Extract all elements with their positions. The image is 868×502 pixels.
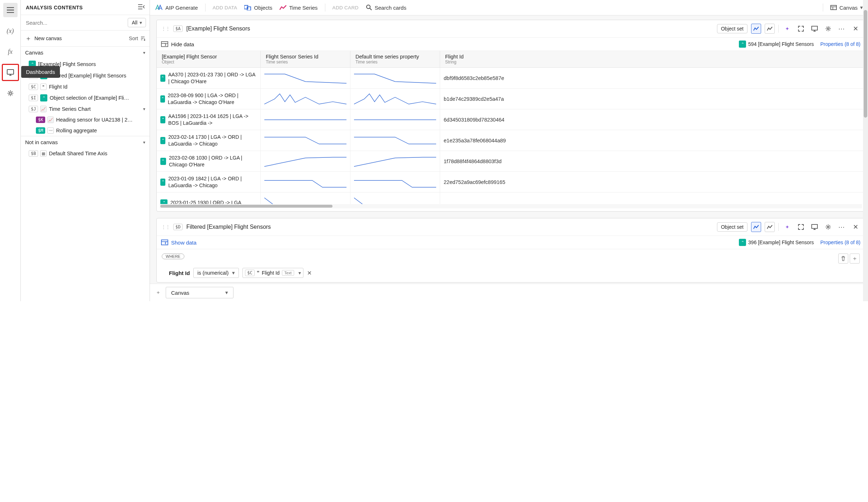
- table-row[interactable]: ⌃2023-01-09 1842 | LGA -> ORD | LaGuardi…: [157, 172, 865, 193]
- table-row[interactable]: ⌃2023-01-25 1930 | ORD -> LGA: [157, 193, 865, 204]
- add-data-label: ADD DATA: [213, 5, 237, 10]
- sparkle-icon[interactable]: ✦: [782, 24, 792, 34]
- sensor-icon: ⌃: [739, 41, 746, 48]
- close-icon[interactable]: ✕: [850, 24, 860, 34]
- sidebar: ANALYSIS CONTENTS All▾ ＋ New canvas Sort…: [21, 0, 150, 301]
- plus-icon: ＋: [25, 34, 32, 43]
- close-icon[interactable]: ✕: [850, 222, 860, 232]
- time-series-button[interactable]: Time Series: [279, 5, 317, 11]
- sparkline: [354, 175, 436, 189]
- where-tag: WHERE: [162, 254, 184, 259]
- tree-group-canvas[interactable]: Canvas▾: [21, 47, 150, 58]
- settings-icon[interactable]: [3, 86, 18, 100]
- expand-icon[interactable]: [796, 222, 806, 232]
- more-icon[interactable]: ⋯: [837, 222, 847, 232]
- add-card-label: ADD CARD: [332, 5, 359, 10]
- sensor-icon: ⌃: [739, 239, 746, 246]
- svg-rect-10: [812, 224, 817, 228]
- drag-handle-icon[interactable]: ⋮⋮: [161, 26, 170, 32]
- canvas-view-dropdown[interactable]: Canvas ▾: [830, 4, 863, 11]
- sparkline: [354, 196, 436, 204]
- show-data-button[interactable]: Show data: [161, 240, 197, 246]
- tree-group-not-in-canvas[interactable]: Not in canvas▾: [21, 136, 150, 148]
- horizontal-scrollbar[interactable]: [160, 204, 862, 208]
- sidebar-search-input[interactable]: [24, 18, 125, 27]
- card-title: Filtered [Example] Flight Sensors: [186, 224, 713, 230]
- new-canvas-button[interactable]: ＋ New canvas: [25, 34, 62, 43]
- properties-link[interactable]: Properties (8 of 8): [820, 240, 860, 245]
- column-header-object[interactable]: [Example] Flight Sensor Object: [157, 51, 261, 67]
- present-icon[interactable]: [810, 24, 820, 34]
- tree-item-m[interactable]: $M 〰 Rolling aggregate: [21, 125, 150, 136]
- main: AIP Generate ADD DATA Objects Time Serie…: [150, 0, 868, 301]
- menu-icon[interactable]: [3, 3, 18, 17]
- tree-item-c[interactable]: $C ❞ Flight Id: [21, 81, 150, 92]
- sparkline: [354, 71, 436, 85]
- table-row[interactable]: ⌃2023-02-08 1030 | ORD -> LGA | Chicago …: [157, 151, 865, 172]
- sensor-icon: ⌃: [160, 158, 166, 165]
- tooltip-dashboards: Dashboards: [21, 66, 60, 78]
- svg-point-1: [9, 92, 11, 94]
- delete-filter-icon[interactable]: [838, 254, 848, 264]
- sort-button[interactable]: Sort: [129, 35, 145, 41]
- tree-item-j[interactable]: $J 📈 Time Series Chart ▾: [21, 104, 150, 114]
- chart-mode-bar-icon[interactable]: [765, 222, 775, 232]
- gear-icon[interactable]: [823, 222, 833, 232]
- svg-rect-12: [161, 240, 168, 245]
- expand-icon[interactable]: [796, 24, 806, 34]
- present-icon[interactable]: [810, 222, 820, 232]
- sparkline: [354, 92, 436, 106]
- card-flight-sensors: ⋮⋮ $A [Example] Flight Sensors Object se…: [156, 20, 865, 212]
- tree-item-i[interactable]: $I ⌃ Object selection of [Example] Fli…: [21, 92, 150, 104]
- column-header-series-id[interactable]: Flight Sensor Series Id Time series: [261, 51, 350, 67]
- table-row[interactable]: ⌃AA370 | 2023-01-23 730 | ORD -> LGA | C…: [157, 68, 865, 89]
- filter-operator-dropdown[interactable]: is (numerical)▾: [193, 268, 239, 278]
- objects-button[interactable]: Objects: [244, 5, 272, 11]
- sensor-icon: ⌃: [160, 116, 165, 123]
- add-canvas-tab-icon[interactable]: ＋: [154, 289, 162, 297]
- tree-item-b[interactable]: $B ▦ Default Shared Time Axis: [21, 148, 150, 159]
- svg-rect-9: [161, 42, 168, 47]
- sparkline: [264, 133, 346, 148]
- table-row[interactable]: ⌃2023-02-14 1730 | LGA -> ORD | LaGuardi…: [157, 130, 865, 151]
- sparkline: [264, 154, 346, 169]
- filter-all-dropdown[interactable]: All▾: [128, 18, 146, 27]
- add-filter-icon[interactable]: ＋: [850, 254, 860, 264]
- column-header-flight-id[interactable]: Flight Id String: [440, 51, 865, 67]
- remove-filter-icon[interactable]: ✕: [307, 270, 312, 276]
- chart-mode-bar-icon[interactable]: [765, 24, 775, 34]
- svg-point-4: [367, 5, 370, 9]
- vertical-scrollbar[interactable]: [863, 0, 868, 301]
- dashboards-icon[interactable]: Dashboards: [3, 65, 18, 80]
- filter-value-chip[interactable]: $C ❞ Flight Id Text ▾: [242, 268, 303, 278]
- variable-icon[interactable]: (x): [3, 24, 18, 38]
- object-set-button[interactable]: Object set: [717, 24, 747, 33]
- sparkle-icon[interactable]: ✦: [782, 222, 792, 232]
- search-cards-button[interactable]: Search cards: [366, 4, 406, 11]
- count-badge: ⌃ 594 [Example] Flight Sensors: [739, 41, 814, 48]
- column-header-default-ts[interactable]: Default time series property Time series: [350, 51, 440, 67]
- collapse-sidebar-icon[interactable]: [138, 4, 145, 10]
- aip-generate-button[interactable]: AIP Generate: [155, 4, 198, 11]
- tree-item-k[interactable]: $K 📈 Heading sensor for UA2138 | 2…: [21, 114, 150, 125]
- more-icon[interactable]: ⋯: [837, 24, 847, 34]
- sensor-icon: ⌃: [40, 94, 47, 101]
- table-row[interactable]: ⌃2023-08-09 900 | LGA -> ORD | LaGuardia…: [157, 89, 865, 109]
- hide-data-button[interactable]: Hide data: [161, 41, 194, 47]
- properties-link[interactable]: Properties (8 of 8): [820, 41, 860, 47]
- filter-property-label: Flight Id: [169, 270, 190, 276]
- fx-icon[interactable]: fx: [3, 44, 18, 59]
- sparkline: [264, 196, 346, 204]
- chart-icon: 📈: [40, 106, 47, 112]
- sensor-icon: ⌃: [160, 179, 165, 186]
- svg-rect-5: [831, 5, 836, 10]
- sparkline: [354, 133, 436, 148]
- chart-mode-line-icon[interactable]: [751, 222, 761, 232]
- table-row[interactable]: ⌃AA1596 | 2023-11-04 1625 | LGA -> BOS |…: [157, 109, 865, 130]
- canvas-tab-dropdown[interactable]: Canvas▾: [166, 287, 233, 298]
- chart-mode-line-icon[interactable]: [751, 24, 761, 34]
- sensor-icon: ⌃: [160, 199, 168, 204]
- object-set-button[interactable]: Object set: [717, 222, 747, 232]
- gear-icon[interactable]: [823, 24, 833, 34]
- drag-handle-icon[interactable]: ⋮⋮: [161, 224, 170, 230]
